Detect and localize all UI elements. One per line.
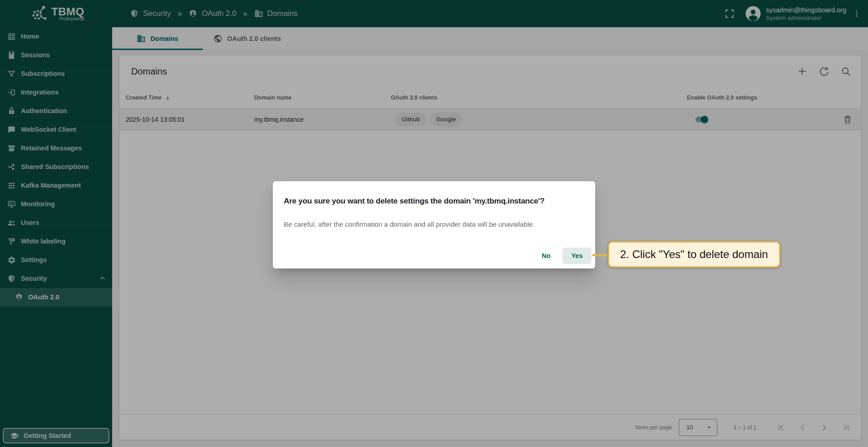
dialog-message: Be careful, after the confirmation a dom… — [284, 220, 586, 228]
dialog-title: Are you sure you want to delete settings… — [284, 197, 586, 206]
delete-confirm-dialog: Are you sure you want to delete settings… — [273, 181, 595, 268]
yes-button[interactable]: Yes — [562, 248, 592, 264]
annotation-connector-line — [592, 254, 608, 256]
annotation-callout: 2. Click "Yes" to delete domain — [608, 241, 780, 268]
dialog-actions: No Yes — [533, 248, 592, 264]
no-button[interactable]: No — [533, 248, 559, 264]
